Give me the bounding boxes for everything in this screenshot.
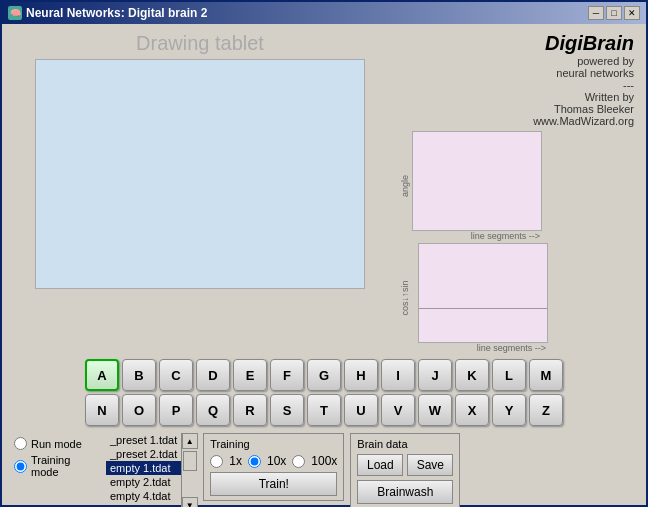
digibrain-line3: --- bbox=[398, 79, 634, 91]
scrollbar: ▲ ▼ bbox=[181, 433, 197, 507]
top-graph-wrapper: line segments --> bbox=[412, 131, 542, 241]
sin-label: ↑sin bbox=[398, 281, 412, 297]
key-G[interactable]: G bbox=[307, 359, 341, 391]
digibrain-line6: www.MadWizard.org bbox=[398, 115, 634, 127]
graph-container: angle line segments --> ↑sin bbox=[398, 131, 638, 353]
title-bar: 🧠 Neural Networks: Digital brain 2 ─ □ ✕ bbox=[2, 2, 646, 24]
top-graph-row: angle line segments --> bbox=[398, 131, 638, 241]
top-graph-box bbox=[412, 131, 542, 231]
top-graph-xlabel: line segments --> bbox=[412, 231, 542, 241]
key-E[interactable]: E bbox=[233, 359, 267, 391]
bottom-graph-wrapper: line segments --> bbox=[418, 243, 548, 353]
key-C[interactable]: C bbox=[159, 359, 193, 391]
file-list-container: _preset 1.tdat_preset 2.tdatempty 1.tdat… bbox=[106, 433, 197, 507]
key-H[interactable]: H bbox=[344, 359, 378, 391]
file-list-item[interactable]: _preset 1.tdat bbox=[106, 433, 181, 447]
brain-data-label: Brain data bbox=[357, 438, 453, 450]
key-W[interactable]: W bbox=[418, 394, 452, 426]
digibrain-info: DigiBrain powered by neural networks ---… bbox=[398, 32, 638, 127]
file-list-inner: _preset 1.tdat_preset 2.tdatempty 1.tdat… bbox=[106, 433, 181, 507]
run-mode-label: Run mode bbox=[31, 438, 82, 450]
training-10x-label: 10x bbox=[267, 454, 286, 468]
key-V[interactable]: V bbox=[381, 394, 415, 426]
run-mode-row: Run mode bbox=[14, 437, 96, 450]
graph-divider-line bbox=[419, 308, 547, 309]
keyboard-row-1: ABCDEFGHIJKLM bbox=[10, 359, 638, 391]
close-button[interactable]: ✕ bbox=[624, 6, 640, 20]
key-Q[interactable]: Q bbox=[196, 394, 230, 426]
key-M[interactable]: M bbox=[529, 359, 563, 391]
digibrain-line1: powered by bbox=[398, 55, 634, 67]
training-1x-radio[interactable] bbox=[210, 455, 223, 468]
train-button[interactable]: Train! bbox=[210, 472, 337, 496]
scroll-up-button[interactable]: ▲ bbox=[182, 433, 198, 449]
key-S[interactable]: S bbox=[270, 394, 304, 426]
bottom-graph-xlabel: line segments --> bbox=[418, 343, 548, 353]
training-10x-radio[interactable] bbox=[248, 455, 261, 468]
key-L[interactable]: L bbox=[492, 359, 526, 391]
maximize-button[interactable]: □ bbox=[606, 6, 622, 20]
title-controls: ─ □ ✕ bbox=[588, 6, 640, 20]
file-list-item[interactable]: _preset 2.tdat bbox=[106, 447, 181, 461]
key-I[interactable]: I bbox=[381, 359, 415, 391]
key-Z[interactable]: Z bbox=[529, 394, 563, 426]
key-B[interactable]: B bbox=[122, 359, 156, 391]
bottom-graph-row: ↑sin cos↓ line segments --> bbox=[398, 243, 638, 353]
scroll-down-button[interactable]: ▼ bbox=[182, 497, 198, 507]
app-icon: 🧠 bbox=[8, 6, 22, 20]
right-panel: DigiBrain powered by neural networks ---… bbox=[398, 32, 638, 353]
title-bar-left: 🧠 Neural Networks: Digital brain 2 bbox=[8, 6, 207, 20]
key-N[interactable]: N bbox=[85, 394, 119, 426]
drawing-tablet-area: Drawing tablet bbox=[10, 32, 390, 353]
training-mode-radio[interactable] bbox=[14, 460, 27, 473]
file-list-item[interactable]: empty 1.tdat bbox=[106, 461, 181, 475]
save-button[interactable]: Save bbox=[407, 454, 453, 476]
key-A[interactable]: A bbox=[85, 359, 119, 391]
drawing-canvas[interactable] bbox=[35, 59, 365, 289]
bottom-graph-box bbox=[418, 243, 548, 343]
main-window: 🧠 Neural Networks: Digital brain 2 ─ □ ✕… bbox=[0, 0, 648, 507]
top-section: Drawing tablet DigiBrain powered by neur… bbox=[10, 32, 638, 353]
drawing-tablet-label: Drawing tablet bbox=[136, 32, 264, 55]
digibrain-title: DigiBrain bbox=[398, 32, 634, 55]
file-list-item[interactable]: empty 4.tdat bbox=[106, 489, 181, 503]
key-Y[interactable]: Y bbox=[492, 394, 526, 426]
key-K[interactable]: K bbox=[455, 359, 489, 391]
digibrain-line2: neural networks bbox=[398, 67, 634, 79]
key-T[interactable]: T bbox=[307, 394, 341, 426]
bottom-section: Run mode Training mode _preset 1.tdat_pr… bbox=[10, 433, 638, 507]
key-O[interactable]: O bbox=[122, 394, 156, 426]
run-mode-radio[interactable] bbox=[14, 437, 27, 450]
minimize-button[interactable]: ─ bbox=[588, 6, 604, 20]
brainwash-button[interactable]: Brainwash bbox=[357, 480, 453, 504]
digibrain-line5: Thomas Bleeker bbox=[398, 103, 634, 115]
main-content: Drawing tablet DigiBrain powered by neur… bbox=[2, 24, 646, 507]
key-U[interactable]: U bbox=[344, 394, 378, 426]
training-mode-label: Training mode bbox=[31, 454, 96, 478]
key-D[interactable]: D bbox=[196, 359, 230, 391]
key-F[interactable]: F bbox=[270, 359, 304, 391]
brain-data-panel: Brain data Load Save Brainwash bbox=[350, 433, 460, 507]
training-100x-radio[interactable] bbox=[292, 455, 305, 468]
keyboard-area: ABCDEFGHIJKLM NOPQRSTUVWXYZ bbox=[10, 359, 638, 429]
training-panel: Training 1x 10x 100x Train! bbox=[203, 433, 344, 501]
scroll-thumb[interactable] bbox=[183, 451, 197, 471]
training-100x-label: 100x bbox=[311, 454, 337, 468]
angle-label: angle bbox=[398, 131, 412, 241]
key-J[interactable]: J bbox=[418, 359, 452, 391]
load-button[interactable]: Load bbox=[357, 454, 403, 476]
training-mode-row: Training mode bbox=[14, 454, 96, 478]
training-label: Training bbox=[210, 438, 337, 450]
bottom-labels: ↑sin cos↓ bbox=[398, 243, 418, 353]
digibrain-line4: Written by bbox=[398, 91, 634, 103]
cos-label: cos↓ bbox=[398, 297, 412, 316]
load-save-row: Load Save bbox=[357, 454, 453, 476]
training-1x-label: 1x bbox=[229, 454, 242, 468]
key-P[interactable]: P bbox=[159, 394, 193, 426]
mode-panel: Run mode Training mode bbox=[10, 433, 100, 482]
key-X[interactable]: X bbox=[455, 394, 489, 426]
file-list: _preset 1.tdat_preset 2.tdatempty 1.tdat… bbox=[106, 433, 181, 503]
file-list-item[interactable]: empty 2.tdat bbox=[106, 475, 181, 489]
window-title: Neural Networks: Digital brain 2 bbox=[26, 6, 207, 20]
key-R[interactable]: R bbox=[233, 394, 267, 426]
